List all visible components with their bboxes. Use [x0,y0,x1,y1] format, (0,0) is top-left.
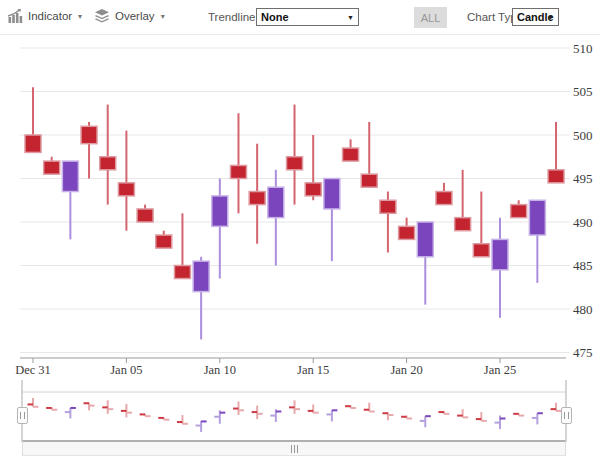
candle-down [473,192,489,257]
indicator-chart-icon [7,8,23,24]
candle-body [137,209,153,222]
x-axis-tick-label: Jan 15 [297,363,329,377]
navigator-ohlc-bar [420,416,431,427]
chevron-down-icon: ▾ [161,12,165,21]
navigator-ohlc-bar [177,415,188,424]
trendline-label: Trendline [208,11,256,23]
navigator-ohlc-bar [121,404,132,417]
overlay-menu[interactable]: Overlay ▾ [94,8,165,24]
candle-up [324,179,340,262]
candle-body [324,179,340,209]
x-axis-tick-label: Jan 10 [204,363,236,377]
navigator-ohlc-bar [289,400,300,413]
navigator-ohlc-bar [233,402,244,415]
y-axis-tick-label: 480 [573,302,593,317]
candle-down [399,218,415,240]
navigator-ohlc-bar [140,414,151,416]
navigator-ohlc-bar [401,416,412,419]
candle-body [100,157,116,170]
chart-type-select[interactable]: Candle ▼ [512,8,559,26]
navigator-scrollbar[interactable] [22,440,566,456]
navigator-ohlc-bar [382,412,393,420]
candle-body [44,161,60,174]
trendline-select-value: None [261,11,289,23]
navigator-ohlc-bar [65,408,76,419]
candle-down [343,139,359,161]
candle-body [305,183,321,196]
navigator-ohlc-bar [532,413,543,424]
candle-down [287,105,303,205]
candle-up [417,222,433,305]
layers-icon [94,8,110,24]
candle-down [100,105,116,205]
x-axis-tick-label: Jan 20 [390,363,422,377]
candle-down [25,87,41,152]
navigator-ohlc-bar [46,407,57,409]
navigator-ohlc-bar [438,411,449,414]
navigator-ohlc-bar [364,403,375,412]
candle-body [436,192,452,205]
candle-body [492,239,508,269]
candlestick-price-chart[interactable]: 510505500495490485480475Dec 31Jan 05Jan … [0,34,600,378]
navigator-ohlc-bar [196,421,207,432]
candle-up [268,170,284,266]
candle-body [361,174,377,187]
candle-up [492,218,508,318]
candle-body [81,126,97,143]
candle-down [44,157,60,174]
chevron-down-icon: ▾ [78,12,82,21]
zoom-all-button-label: ALL [421,12,441,24]
navigator-ohlc-bar [551,403,562,411]
x-axis-tick-label: Jan 25 [484,363,516,377]
y-axis-tick-label: 490 [573,215,593,230]
navigator-ohlc-bar [345,405,356,408]
indicator-menu-label: Indicator [28,10,72,22]
x-axis-tick-label: Dec 31 [15,363,51,377]
zoom-all-button[interactable]: ALL [414,7,447,28]
candle-body [212,196,228,226]
navigator-left-handle[interactable] [17,407,28,424]
trendline-select[interactable]: None ▼ [256,8,359,26]
x-axis-tick-label: Jan 05 [110,363,142,377]
candle-up [529,200,545,283]
y-axis-tick-label: 495 [573,171,593,186]
candle-up [62,161,78,239]
navigator-ohlc-bar [102,400,113,413]
navigator-ohlc-bar [84,403,95,411]
scrollbar-grip-icon [291,445,298,453]
candle-down [174,213,190,278]
candle-up [193,257,209,340]
navigator-right-handle[interactable] [561,407,572,424]
navigator-ohlc-bar [513,413,524,415]
candle-body [548,170,564,183]
candle-body [174,266,190,279]
drag-grip-icon [20,412,25,419]
candle-body [529,200,545,235]
indicator-menu[interactable]: Indicator ▾ [7,8,82,24]
navigator-ohlc-bar [326,410,337,421]
candle-body [511,205,527,218]
candle-down [548,122,564,183]
navigator-ohlc-bar [158,417,169,419]
candle-down [156,231,172,248]
candle-body [118,183,134,196]
candle-body [249,192,265,205]
y-axis-tick-label: 475 [573,345,593,360]
y-axis-tick-label: 510 [573,41,593,56]
candle-body [230,165,246,178]
candle-body [399,226,415,239]
candle-body [417,222,433,257]
select-arrow-icon: ▼ [547,14,554,21]
navigator-ohlc-bar [252,406,263,419]
candle-down [137,205,153,222]
select-arrow-icon: ▼ [347,14,354,21]
chart-toolbar: Indicator ▾ Overlay ▾ Trendline None ▼ A… [0,0,600,35]
candle-down [511,200,527,217]
y-axis-tick-label: 485 [573,258,593,273]
candle-body [455,218,471,231]
candle-body [25,135,41,152]
y-axis-tick-label: 500 [573,128,593,143]
candle-down [118,131,134,231]
candle-body [473,244,489,257]
stock-chart-app: Indicator ▾ Overlay ▾ Trendline None ▼ A… [0,0,600,462]
